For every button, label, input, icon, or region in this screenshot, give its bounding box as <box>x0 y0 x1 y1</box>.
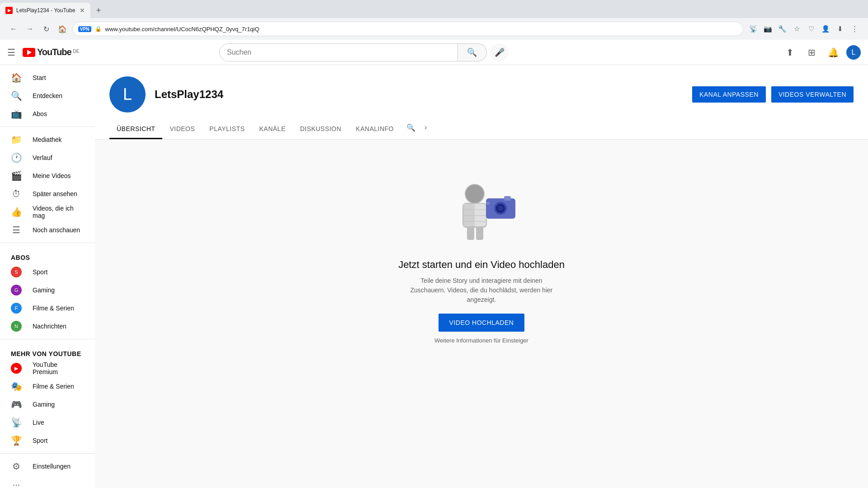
empty-state-description: Teile deine Story und interagiere mit de… <box>405 276 558 305</box>
sidebar-divider-2 <box>0 243 95 243</box>
download-icon[interactable]: ⬇ <box>834 23 846 35</box>
svg-point-11 <box>498 206 503 211</box>
videos-verwalten-button[interactable]: VIDEOS VERWALTEN <box>771 86 854 103</box>
tab-bar: ▶ LetsPlay1234 - YouTube ✕ + <box>0 0 868 18</box>
svg-rect-14 <box>467 226 474 240</box>
tab-kanaele[interactable]: KANÄLE <box>252 120 292 139</box>
mic-button[interactable]: 🎤 <box>491 43 509 61</box>
channel-actions: KANAL ANPASSEN VIDEOS VERWALTEN <box>692 86 854 103</box>
hamburger-menu[interactable]: ☰ <box>7 47 15 58</box>
tab-search-icon[interactable]: 🔍 <box>401 120 421 139</box>
liked-icon: 👍 <box>11 206 22 217</box>
sidebar-label-nachrichten: Nachrichten <box>33 323 66 330</box>
tab-videos[interactable]: VIDEOS <box>162 120 202 139</box>
beginner-info-link[interactable]: Weitere Informationen für Einsteiger <box>434 337 528 344</box>
nav-bar: ← → ↻ 🏠 VPN 🔒 www.youtube.com/channel/UC… <box>0 18 868 40</box>
bookmark-icon[interactable]: ☆ <box>790 23 803 35</box>
sidebar-divider-4 <box>0 453 95 454</box>
sidebar-item-mediathek[interactable]: 📁 Mediathek <box>0 131 95 149</box>
sidebar-label-sport: Sport <box>33 268 47 276</box>
sidebar-item-start[interactable]: 🏠 Start <box>0 69 95 87</box>
user-avatar[interactable]: L <box>846 45 861 60</box>
lock-icon: 🔒 <box>95 26 102 32</box>
sport2-icon: 🏆 <box>11 435 22 446</box>
sidebar-item-sport2[interactable]: 🏆 Sport <box>0 432 95 450</box>
extension-icon[interactable]: 🔧 <box>776 23 788 35</box>
svg-rect-15 <box>476 226 483 240</box>
channel-body: Jetzt starten und ein Video hochladen Te… <box>95 140 868 380</box>
sidebar-item-gaming2[interactable]: 🎮 Gaming <box>0 395 95 413</box>
kanal-anpassen-button[interactable]: KANAL ANPASSEN <box>692 86 766 103</box>
compass-icon: 🔍 <box>11 90 22 101</box>
search-input[interactable] <box>227 48 450 56</box>
sidebar-item-abos[interactable]: 📺 Abos <box>0 105 95 123</box>
sidebar-item-filme[interactable]: F Filme & Serien <box>0 299 95 317</box>
settings-icon: ⚙ <box>11 461 22 472</box>
sidebar-label-live: Live <box>33 419 44 426</box>
back-button[interactable]: ← <box>7 23 20 35</box>
sidebar-label-filme-serien: Filme & Serien <box>33 383 74 390</box>
sidebar-item-settings[interactable]: ⚙ Einstellungen <box>0 457 95 475</box>
tab-uebersicht[interactable]: ÜBERSICHT <box>109 120 162 139</box>
apps-button[interactable]: ⊞ <box>803 43 821 61</box>
menu-icon[interactable]: ⋮ <box>848 23 861 35</box>
sidebar-item-verlauf[interactable]: 🕐 Verlauf <box>0 149 95 167</box>
sidebar-label-start: Start <box>33 74 46 81</box>
home-button[interactable]: 🏠 <box>56 23 69 35</box>
sidebar-label-sport2: Sport <box>33 437 47 444</box>
notifications-button[interactable]: 🔔 <box>825 43 843 61</box>
sidebar-item-meine-videos[interactable]: 🎬 Meine Videos <box>0 167 95 185</box>
sidebar-item-gaming[interactable]: G Gaming <box>0 281 95 299</box>
heart-icon[interactable]: ♡ <box>805 23 817 35</box>
subscriptions-icon: 📺 <box>11 108 22 119</box>
reload-button[interactable]: ↻ <box>40 23 52 35</box>
cast-icon[interactable]: 📡 <box>747 23 760 35</box>
sidebar-item-yt-premium[interactable]: ▶ YouTube Premium <box>0 359 95 377</box>
sidebar-item-liked[interactable]: 👍 Videos, die ich mag <box>0 203 95 221</box>
active-tab[interactable]: ▶ LetsPlay1234 - YouTube ✕ <box>0 3 90 18</box>
upload-button[interactable]: ⬆ <box>781 43 799 61</box>
home-icon: 🏠 <box>11 72 22 83</box>
sidebar-item-noch-anschauen[interactable]: ☰ Noch anschauen <box>0 221 95 239</box>
sidebar-label-liked: Videos, die ich mag <box>33 205 84 219</box>
tab-playlists[interactable]: PLAYLISTS <box>202 120 252 139</box>
header-right: ⬆ ⊞ 🔔 L <box>781 43 861 61</box>
sidebar: 🏠 Start 🔍 Entdecken 📺 Abos 📁 Mediathek 🕐… <box>0 65 95 488</box>
sidebar-label-verlauf: Verlauf <box>33 154 52 161</box>
youtube-app: ☰ YouTube DE 🔍 🎤 ⬆ ⊞ 🔔 L 🏠 Start <box>0 40 868 488</box>
sidebar-item-spaeter[interactable]: ⏱ Später ansehen <box>0 185 95 203</box>
tab-diskussion[interactable]: DISKUSSION <box>293 120 349 139</box>
new-tab-button[interactable]: + <box>92 4 105 17</box>
gaming-channel-avatar: G <box>11 285 22 296</box>
sidebar-divider-1 <box>0 127 95 127</box>
sidebar-item-entdecken[interactable]: 🔍 Entdecken <box>0 87 95 105</box>
empty-state-title: Jetzt starten und ein Video hochladen <box>398 259 565 271</box>
video-hochladen-button[interactable]: VIDEO HOCHLADEN <box>439 314 525 332</box>
channel-details: LetsPlay1234 <box>155 88 223 101</box>
nav-icons: 📡 📷 🔧 ☆ ♡ 👤 ⬇ ⋮ <box>747 23 861 35</box>
sidebar-label-yt-premium: YouTube Premium <box>33 361 84 375</box>
sidebar-item-more[interactable]: ··· <box>0 475 95 488</box>
tab-favicon: ▶ <box>5 7 13 14</box>
tab-close-btn[interactable]: ✕ <box>80 7 85 14</box>
tab-kanalinfo[interactable]: KANALINFO <box>349 120 401 139</box>
sidebar-item-filme-serien[interactable]: 🎭 Filme & Serien <box>0 377 95 395</box>
main-content: L LetsPlay1234 KANAL ANPASSEN VIDEOS VER… <box>95 66 868 488</box>
svg-rect-4 <box>463 204 475 226</box>
sidebar-item-nachrichten[interactable]: N Nachrichten <box>0 317 95 335</box>
live-icon: 📡 <box>11 417 22 428</box>
channel-name: LetsPlay1234 <box>155 88 223 101</box>
sidebar-item-sport[interactable]: S Sport <box>0 263 95 281</box>
tab-chevron-icon[interactable]: › <box>421 120 430 139</box>
sport-channel-avatar: S <box>11 267 22 277</box>
forward-button[interactable]: → <box>24 23 36 35</box>
youtube-logo[interactable]: YouTube DE <box>23 47 79 57</box>
search-button[interactable]: 🔍 <box>458 43 487 61</box>
profile-icon[interactable]: 👤 <box>819 23 832 35</box>
address-bar[interactable]: VPN 🔒 www.youtube.com/channel/UCocN6zQPH… <box>72 22 743 36</box>
search-input-wrap <box>219 43 458 61</box>
channel-tabs: ÜBERSICHT VIDEOS PLAYLISTS KANÄLE DISKUS… <box>109 120 854 139</box>
screenshot-icon[interactable]: 📷 <box>761 23 774 35</box>
sidebar-item-live[interactable]: 📡 Live <box>0 413 95 432</box>
library-icon: 📁 <box>11 134 22 145</box>
